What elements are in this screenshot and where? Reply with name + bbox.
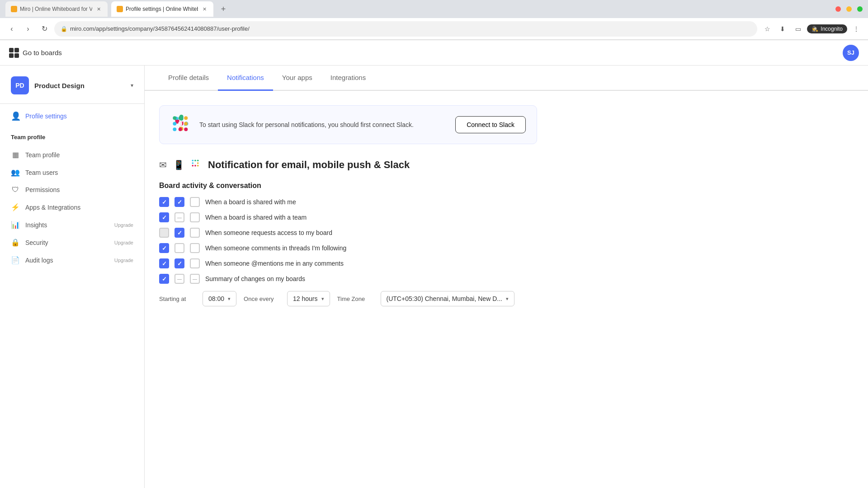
back-button[interactable]: ‹ [5,23,18,35]
notification-row-label: When someone comments in threads I'm fol… [205,244,346,252]
mobile-notif-icon: 📱 [173,160,184,170]
svg-rect-3 [184,116,188,120]
checkbox[interactable] [190,243,200,253]
incognito-icon: 🕵 [811,26,818,32]
notification-icons: ✉ 📱 [159,159,201,171]
checkbox[interactable] [175,243,184,253]
svg-rect-5 [184,127,188,131]
notification-section-title: Notification for email, mobile push & Sl… [208,159,410,171]
svg-rect-6 [179,127,182,131]
security-upgrade-badge: Upgrade [114,240,133,245]
sidebar-item-team-users[interactable]: 👥 Team users [0,164,144,181]
checkbox[interactable] [175,274,184,284]
browser-tab-2[interactable]: Profile settings | Online Whitebo... ✕ [111,1,213,17]
checkbox[interactable] [190,258,200,268]
tab-profile-details[interactable]: Profile details [159,66,218,91]
once-every-chevron-icon: ▾ [321,296,324,302]
svg-rect-13 [192,160,193,161]
notification-row: Summary of changes on my boards [159,274,537,284]
checkbox[interactable] [175,212,184,222]
tab-2-close-icon[interactable]: ✕ [201,5,208,13]
org-name: Product Design [34,82,85,89]
svg-rect-11 [197,162,199,164]
team-profile-icon: ▦ [11,150,20,159]
notification-row-label: When someone requests access to my board [205,229,332,236]
email-notif-icon: ✉ [159,160,167,170]
sidebar-item-apps-integrations[interactable]: ⚡ Apps & Integrations [0,198,144,216]
forward-button[interactable]: › [22,23,34,35]
checkbox[interactable] [159,274,169,284]
checkbox[interactable] [190,228,200,238]
permissions-icon: 🛡 [11,186,20,194]
notification-row: When someone comments in threads I'm fol… [159,243,537,253]
org-selector[interactable]: PD Product Design ▾ [0,76,144,104]
sidebar-label-apps: Apps & Integrations [25,204,133,211]
checkbox[interactable] [190,197,200,207]
checkbox[interactable] [159,243,169,253]
checkbox[interactable] [175,228,184,238]
tab-1-close-icon[interactable]: ✕ [95,5,102,13]
incognito-badge: 🕵 Incognito [807,24,847,33]
sidebar-item-profile-settings[interactable]: 👤 Profile settings [0,104,144,130]
time-settings-row: Starting at 08:00 ▾ Once every 12 hours … [159,291,537,306]
sidebar-label-insights: Insights [25,221,109,229]
sidebar-item-audit-logs[interactable]: 📄 Audit logs Upgrade [0,251,144,269]
sidebar-item-permissions[interactable]: 🛡 Permissions [0,181,144,198]
checkbox[interactable] [159,197,169,207]
sidebar: PD Product Design ▾ 👤 Profile settings T… [0,66,145,488]
main-layout: PD Product Design ▾ 👤 Profile settings T… [0,66,868,488]
connect-to-slack-button[interactable]: Connect to Slack [455,116,526,133]
bookmark-icon[interactable]: ☆ [761,23,774,35]
grid-icon [9,48,19,58]
insights-icon: 📊 [11,221,20,229]
refresh-button[interactable]: ↻ [38,23,51,35]
checkbox[interactable] [159,212,169,222]
profile-settings-label: Profile settings [25,113,67,120]
notification-row: When someone @mentions me in any comment… [159,258,537,268]
insights-upgrade-badge: Upgrade [114,222,133,228]
sidebar-item-insights[interactable]: 📊 Insights Upgrade [0,216,144,234]
sidebar-item-team-profile[interactable]: ▦ Team profile [0,146,144,164]
starting-at-chevron-icon: ▾ [228,296,231,302]
checkbox[interactable] [175,258,184,268]
menu-icon[interactable]: ⋮ [850,23,863,35]
org-logo: PD [11,76,29,94]
slack-notif-icon [191,159,201,171]
svg-rect-7 [173,127,176,131]
checkbox[interactable] [175,197,184,207]
checkbox[interactable] [190,274,200,284]
svg-rect-14 [197,160,199,161]
tab-your-apps[interactable]: Your apps [273,66,321,91]
checkbox[interactable] [190,212,200,222]
team-profile-section-label: Team profile [0,130,144,144]
browser-tab-1[interactable]: Miro | Online Whiteboard for Vis... ✕ [5,1,108,17]
security-icon: 🔒 [11,238,20,247]
address-bar[interactable]: 🔒 miro.com/app/settings/company/34587645… [54,21,757,37]
screen-icon[interactable]: ▭ [792,23,804,35]
time-zone-select[interactable]: (UTC+05:30) Chennai, Mumbai, New D... ▾ [381,291,514,306]
avatar[interactable]: SJ [843,45,859,61]
browser-actions: ☆ ⬇ ▭ 🕵 Incognito ⋮ [761,23,863,35]
new-tab-button[interactable]: + [217,3,230,15]
checkbox[interactable] [159,228,169,238]
sidebar-item-security[interactable]: 🔒 Security Upgrade [0,234,144,251]
checkbox[interactable] [159,258,169,268]
audit-logs-upgrade-badge: Upgrade [114,258,133,263]
slack-banner-text: To start using Slack for personal notifi… [199,120,448,130]
starting-at-select[interactable]: 08:00 ▾ [203,291,236,306]
app-header: Go to boards SJ [0,40,868,66]
notification-row-label: When a board is shared with me [205,198,296,206]
tab-integrations[interactable]: Integrations [321,66,375,91]
download-icon[interactable]: ⬇ [776,23,789,35]
board-activity-title: Board activity & conversation [159,182,537,190]
once-every-select[interactable]: 12 hours ▾ [287,291,330,306]
apps-icon: ⚡ [11,203,20,211]
svg-rect-15 [197,165,199,167]
svg-rect-4 [184,122,188,126]
tab-notifications[interactable]: Notifications [218,66,273,91]
org-chevron-icon[interactable]: ▾ [131,82,133,89]
notification-row: When someone requests access to my board [159,228,537,238]
svg-rect-9 [192,162,193,164]
go-to-boards-button[interactable]: Go to boards [9,48,62,58]
browser-titlebar: Miro | Online Whiteboard for Vis... ✕ Pr… [0,0,868,18]
